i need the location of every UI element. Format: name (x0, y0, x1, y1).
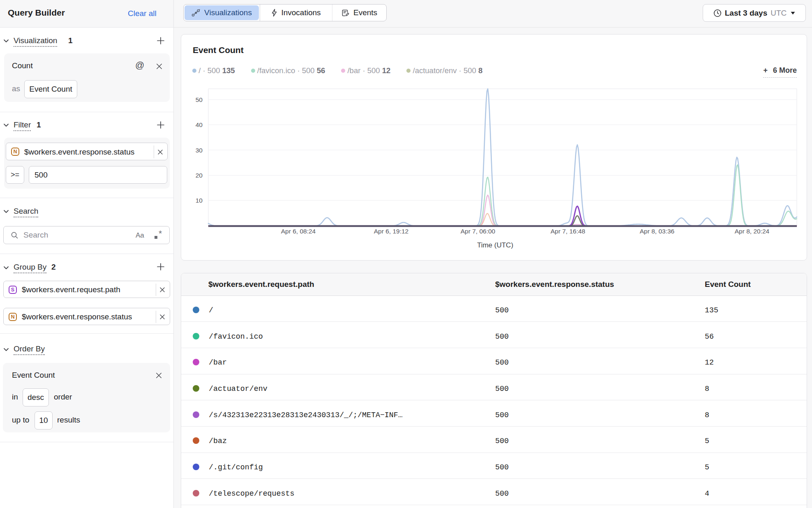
svg-text:Apr 8, 03:36: Apr 8, 03:36 (640, 228, 674, 235)
svg-text:Apr 6, 08:24: Apr 6, 08:24 (281, 228, 316, 235)
svg-text:10: 10 (196, 197, 203, 204)
svg-text:Apr 7, 16:48: Apr 7, 16:48 (551, 228, 585, 235)
svg-text:Apr 7, 06:00: Apr 7, 06:00 (461, 228, 496, 235)
svg-text:Time (UTC): Time (UTC) (477, 241, 513, 249)
svg-text:Apr 6, 19:12: Apr 6, 19:12 (374, 228, 408, 235)
svg-text:Apr 8, 20:24: Apr 8, 20:24 (735, 228, 770, 235)
svg-text:50: 50 (196, 96, 203, 103)
svg-text:30: 30 (196, 147, 203, 154)
svg-text:20: 20 (196, 172, 203, 179)
svg-text:40: 40 (196, 121, 203, 128)
